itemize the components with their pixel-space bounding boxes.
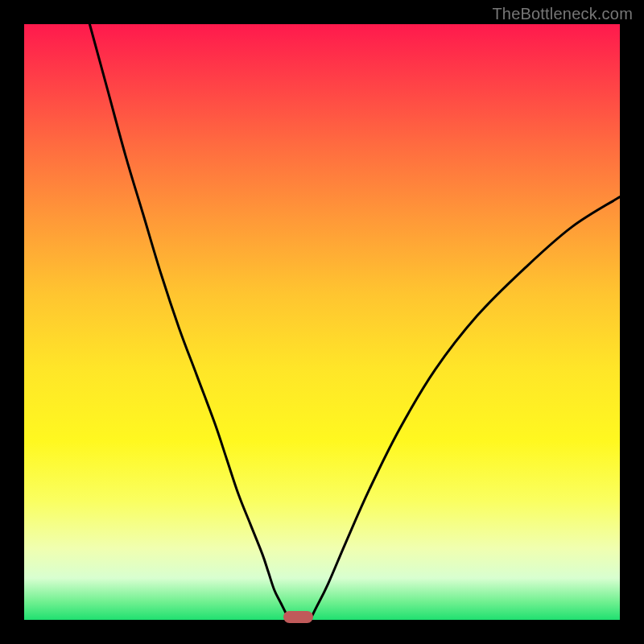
plot-area xyxy=(24,24,620,620)
curve-right-branch xyxy=(310,197,620,620)
watermark-text: TheBottleneck.com xyxy=(492,5,633,23)
bottleneck-marker xyxy=(283,611,313,623)
curve-layer xyxy=(24,24,620,620)
curve-left-branch xyxy=(89,24,289,620)
chart-frame: TheBottleneck.com xyxy=(0,0,644,644)
